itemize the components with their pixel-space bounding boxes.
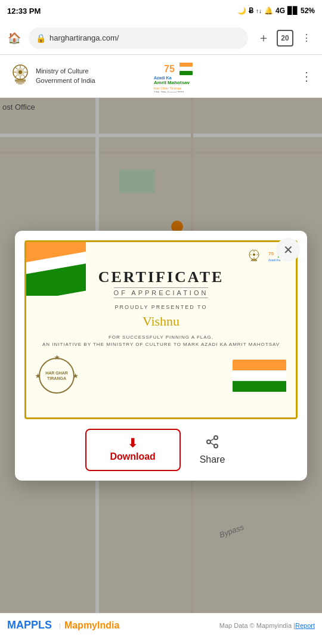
emblem-text-line1: HAR GHAR	[45, 371, 68, 375]
cert-flag-decoration	[26, 242, 86, 296]
svg-line-7	[16, 67, 17, 69]
svg-point-36	[214, 444, 218, 448]
svg-text:13th-15th August 2022: 13th-15th August 2022	[154, 91, 184, 92]
flag-stripe-orange	[233, 360, 286, 370]
emblem-star-left: ★	[35, 373, 41, 379]
emblem-circle: ★ ★ ★ HAR GHAR TIRANGA	[39, 358, 75, 394]
signal-icon: ▊▊	[287, 7, 298, 15]
svg-rect-13	[18, 83, 23, 85]
svg-line-9	[23, 67, 25, 69]
status-time-area: 12:33 PM	[7, 7, 41, 16]
download-icon: ⬇	[128, 436, 138, 450]
mappls-logo: MAPPLS	[7, 619, 52, 631]
share-button[interactable]: Share	[188, 429, 237, 471]
svg-point-35	[207, 440, 210, 444]
report-link[interactable]: Report	[295, 622, 315, 629]
svg-rect-12	[16, 82, 24, 83]
svg-rect-16	[179, 67, 193, 71]
svg-point-2	[18, 70, 22, 74]
flag-stripe-green	[233, 381, 286, 392]
svg-text:75: 75	[164, 64, 175, 74]
svg-line-8	[23, 75, 25, 77]
certificate-frame: 75 Azadi Ka CERTIFICATE OF APPRECIATION …	[24, 240, 298, 419]
cert-for-text: FOR SUCCESSFULY PINNING A FLAG, AN INITI…	[36, 334, 286, 349]
bluetooth-icon: Ƀ	[249, 7, 253, 15]
tab-count: 20	[281, 34, 289, 42]
gov-logo-area: Ministry of Culture Government of India	[10, 63, 95, 89]
lock-icon: 🔒	[36, 33, 46, 43]
network-strength: 4G	[275, 7, 285, 15]
emblem-star-right: ★	[73, 373, 78, 379]
svg-rect-11	[15, 79, 26, 82]
ministry-text: Ministry of Culture Government of India	[36, 67, 95, 85]
close-icon: ✕	[283, 243, 293, 257]
data-icon: ↑↓	[256, 8, 262, 14]
cert-bottom-area: ★ ★ ★ HAR GHAR TIRANGA	[36, 355, 286, 397]
flag-stripe-white	[233, 370, 286, 381]
svg-text:75: 75	[268, 251, 274, 256]
cert-ministry-logo	[246, 250, 262, 263]
browser-menu-button[interactable]: ⋮	[296, 27, 317, 49]
android-navigation-bar: ‹ ♿	[0, 637, 322, 644]
new-tab-button[interactable]: ＋	[253, 27, 274, 49]
gov-name: Government of India	[36, 76, 95, 85]
svg-rect-28	[251, 259, 257, 261]
website-header: Ministry of Culture Government of India …	[0, 55, 322, 98]
emblem-star-top: ★	[54, 354, 60, 361]
header-menu-icon: ⋮	[301, 70, 312, 83]
svg-rect-15	[179, 63, 193, 67]
cert-subtitle: OF APPRECIATION	[114, 287, 209, 298]
home-icon: 🏠	[8, 32, 21, 45]
cert-presented-text: PROUDLY PRESENTED TO	[36, 304, 286, 310]
browser-url-bar[interactable]: 🔒 harghartiranga.com/	[29, 27, 248, 49]
share-label: Share	[200, 454, 225, 465]
ashoka-emblem	[10, 63, 31, 89]
tab-count-badge[interactable]: 20	[277, 30, 293, 47]
svg-point-34	[214, 436, 218, 439]
svg-text:Azadi Ka: Azadi Ka	[154, 76, 172, 80]
battery-level: 52%	[301, 7, 315, 15]
modal-close-button[interactable]: ✕	[276, 238, 300, 262]
svg-text:Har Ghar Tiranga: Har Ghar Tiranga	[154, 86, 182, 90]
azadi-logo: 75 Azadi Ka Amrit Mahotsav Har Ghar Tira…	[150, 60, 198, 93]
svg-rect-17	[179, 71, 193, 75]
share-icon	[205, 435, 219, 452]
browser-action-buttons: ＋ 20 ⋮	[253, 27, 317, 49]
ministry-name: Ministry of Culture	[36, 67, 95, 76]
svg-line-37	[210, 438, 215, 441]
modal-action-buttons: ⬇ Download Share	[24, 429, 298, 471]
svg-text:Amrit Mahotsav: Amrit Mahotsav	[154, 80, 190, 85]
download-label: Download	[110, 451, 155, 462]
cert-recipient-name: Vishnu	[36, 314, 286, 329]
browser-home-button[interactable]: 🏠	[5, 29, 24, 48]
status-icons-area: 🌙 Ƀ ↑↓ 🔔 4G ▊▊ 52%	[237, 7, 315, 15]
emblem-text-line2: TIRANGA	[47, 376, 66, 380]
wifi-icon: 🔔	[264, 7, 273, 15]
website-header-menu-button[interactable]: ⋮	[301, 69, 312, 83]
cert-flag-corner	[233, 360, 286, 392]
menu-dots-icon: ⋮	[302, 32, 311, 44]
plus-icon: ＋	[258, 30, 270, 46]
map-attribution-bar: MAPPLS | MapmyIndia Map Data © Mapmyindi…	[0, 613, 322, 637]
svg-text:Azadi Ka: Azadi Ka	[268, 258, 280, 262]
certificate-modal: ✕	[15, 231, 307, 481]
svg-point-23	[253, 253, 255, 256]
status-time: 12:33 PM	[7, 7, 41, 16]
map-data-text: Map Data © Mapmyindia |	[219, 622, 295, 629]
svg-line-10	[16, 75, 17, 77]
url-text: harghartiranga.com/	[49, 33, 119, 42]
separator: |	[59, 622, 61, 629]
modal-overlay: ✕	[0, 98, 322, 613]
cert-har-ghar-emblem: ★ ★ ★ HAR GHAR TIRANGA	[36, 355, 78, 397]
browser-toolbar: 🏠 🔒 harghartiranga.com/ ＋ 20 ⋮	[0, 21, 322, 55]
mapmyindia-logo: MapmyIndia	[64, 620, 119, 631]
status-bar: 12:33 PM 🌙 Ƀ ↑↓ 🔔 4G ▊▊ 52%	[0, 0, 322, 21]
svg-line-38	[210, 442, 215, 445]
map-container: ost Office Bypass ✕	[0, 98, 322, 613]
moon-icon: 🌙	[237, 7, 246, 15]
download-button[interactable]: ⬇ Download	[85, 429, 181, 471]
